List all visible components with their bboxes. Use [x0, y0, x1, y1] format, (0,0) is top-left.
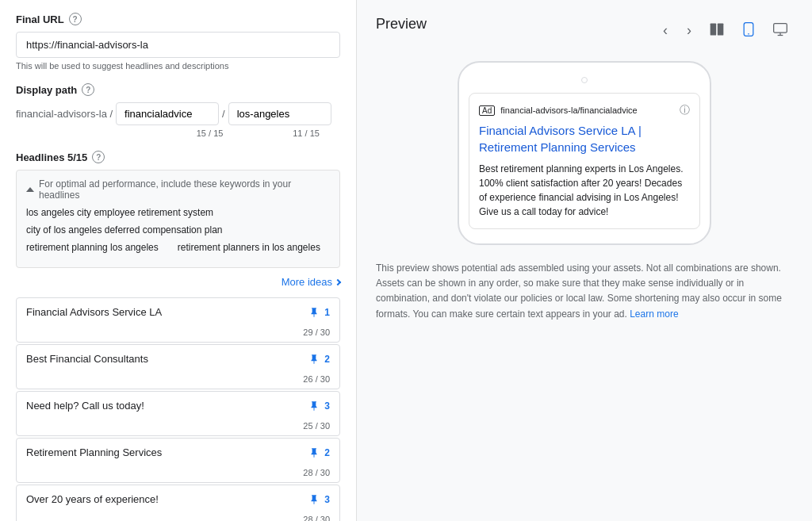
- keywords-note: For optimal ad performance, include thes…: [39, 178, 330, 201]
- more-ideas-text: More ideas: [282, 276, 332, 288]
- preview-note-text: This preview shows potential ads assembl…: [376, 262, 782, 320]
- ad-url: financial-advisors-la/financialadvice: [500, 105, 637, 115]
- keyword-1: los angeles city employee retirement sys…: [26, 207, 213, 218]
- preview-header: Preview ‹ ›: [376, 16, 793, 45]
- ad-badge: Ad financial-advisors-la/financialadvice: [479, 105, 638, 116]
- path1-char-count: 15 / 15: [171, 128, 248, 138]
- final-url-section: Final URL ?: [16, 13, 340, 25]
- headline-text-5[interactable]: Over 20 years of experience!: [26, 493, 308, 505]
- display-path-help-icon[interactable]: ?: [82, 83, 94, 96]
- headline-main-2: Best Financial Consultants 2: [17, 345, 339, 373]
- keyword-3: retirement planning los angeles: [26, 242, 159, 253]
- headline-item-4: Retirement Planning Services 2 28 / 30: [16, 438, 340, 483]
- keyword-4: retirement planners in los angeles: [178, 242, 320, 253]
- headline-item-2: Best Financial Consultants 2 26 / 30: [16, 344, 340, 389]
- headline-main-4: Retirement Planning Services 2: [17, 439, 339, 466]
- ad-info-icon[interactable]: ⓘ: [680, 103, 690, 117]
- ad-headline[interactable]: Financial Advisors Service LA | Retireme…: [479, 122, 690, 155]
- headline-footer-3: 25 / 30: [17, 419, 339, 435]
- pin-container-5[interactable]: 3: [308, 494, 330, 505]
- pin-container-1[interactable]: 1: [308, 307, 330, 318]
- more-ideas-arrow-icon: [335, 278, 341, 285]
- keyword-2: city of los angeles deferred compensatio…: [26, 224, 222, 236]
- phone-mockup: Ad financial-advisors-la/financialadvice…: [458, 61, 711, 245]
- pin-icon-4: [308, 447, 320, 458]
- pin-icon-5: [308, 494, 320, 505]
- pin-container-3[interactable]: 3: [308, 400, 330, 412]
- pin-num-4: 2: [324, 447, 330, 458]
- pin-num-1: 1: [324, 307, 330, 318]
- headline-text-2[interactable]: Best Financial Consultants: [26, 353, 308, 365]
- pin-container-2[interactable]: 2: [308, 354, 330, 365]
- chevron-up-icon: [26, 187, 34, 192]
- headline-text-3[interactable]: Need help? Call us today!: [26, 400, 308, 412]
- pin-icon-2: [308, 354, 320, 365]
- headline-footer-1: 29 / 30: [17, 326, 339, 342]
- headline-footer-5: 28 / 30: [17, 513, 339, 521]
- pin-num-3: 3: [324, 400, 330, 412]
- ad-description: Best retirement planning experts in Los …: [479, 162, 690, 219]
- display-path-row: financial-advisors-la / /: [16, 102, 340, 125]
- headlines-section: Headlines 5/15 ? For optimal ad performa…: [16, 151, 340, 521]
- keyword-row-1: los angeles city employee retirement sys…: [26, 207, 330, 221]
- display-path-label: Display path: [16, 84, 77, 96]
- final-url-help-icon[interactable]: ?: [69, 13, 82, 25]
- headlines-label-row: Headlines 5/15 ?: [16, 151, 340, 163]
- learn-more-link[interactable]: Learn more: [630, 308, 678, 320]
- svg-point-3: [748, 33, 749, 35]
- keyword-row-2: city of los angeles deferred compensatio…: [26, 224, 330, 239]
- headline-main-1: Financial Advisors Service LA 1: [17, 298, 339, 326]
- mobile-view-button[interactable]: [736, 18, 761, 43]
- svg-rect-0: [710, 24, 717, 36]
- path-prefix: financial-advisors-la /: [16, 108, 113, 120]
- pin-num-2: 2: [324, 354, 330, 365]
- svg-rect-4: [774, 24, 787, 33]
- display-path-section: Display path ?: [16, 83, 340, 96]
- path2-input[interactable]: [228, 102, 331, 125]
- right-panel: Preview ‹ › Ad: [357, 0, 812, 521]
- path1-input[interactable]: [116, 102, 219, 125]
- keywords-box: For optimal ad performance, include thes…: [16, 170, 340, 268]
- phone-wrapper: Ad financial-advisors-la/financialadvice…: [376, 61, 793, 245]
- ad-label: Ad: [479, 105, 495, 116]
- phone-speaker-icon: [581, 77, 588, 83]
- headline-main-5: Over 20 years of experience! 3: [17, 485, 339, 513]
- preview-title: Preview: [376, 16, 427, 33]
- final-url-input[interactable]: [16, 32, 340, 58]
- headline-text-4[interactable]: Retirement Planning Services: [26, 446, 308, 458]
- headlines-help-icon[interactable]: ?: [92, 151, 105, 163]
- preview-note: This preview shows potential ads assembl…: [376, 261, 788, 322]
- ad-card: Ad financial-advisors-la/financialadvice…: [469, 93, 700, 229]
- ad-top-row: Ad financial-advisors-la/financialadvice…: [479, 103, 690, 117]
- headline-item-3: Need help? Call us today! 3 25 / 30: [16, 391, 340, 436]
- grid-view-button[interactable]: [704, 18, 730, 43]
- headline-footer-4: 28 / 30: [17, 466, 339, 482]
- pin-container-4[interactable]: 2: [308, 447, 330, 458]
- final-url-hint: This will be used to suggest headlines a…: [16, 61, 340, 71]
- headline-main-3: Need help? Call us today! 3: [17, 392, 339, 419]
- headlines-label: Headlines 5/15: [16, 151, 87, 163]
- more-ideas-link[interactable]: More ideas: [16, 276, 340, 288]
- pin-icon-1: [308, 307, 320, 318]
- keyword-row-3: retirement planning los angeles retireme…: [26, 242, 330, 256]
- path-divider: /: [222, 108, 225, 120]
- prev-button[interactable]: ‹: [657, 19, 674, 42]
- headline-item-5: Over 20 years of experience! 3 28 / 30: [16, 485, 340, 521]
- next-button[interactable]: ›: [680, 19, 698, 42]
- pin-num-5: 3: [324, 494, 330, 505]
- final-url-label: Final URL: [16, 13, 64, 25]
- left-panel: Final URL ? This will be used to suggest…: [0, 0, 357, 521]
- headline-item-1: Financial Advisors Service LA 1 29 / 30: [16, 297, 340, 343]
- preview-controls: ‹ ›: [657, 18, 793, 43]
- desktop-view-button[interactable]: [768, 18, 793, 43]
- svg-rect-1: [718, 24, 724, 36]
- path2-char-count: 11 / 15: [272, 128, 340, 138]
- headline-footer-2: 26 / 30: [17, 373, 339, 389]
- headline-text-1[interactable]: Financial Advisors Service LA: [26, 306, 308, 318]
- keywords-toggle[interactable]: For optimal ad performance, include thes…: [26, 178, 330, 201]
- pin-icon-3: [308, 400, 320, 412]
